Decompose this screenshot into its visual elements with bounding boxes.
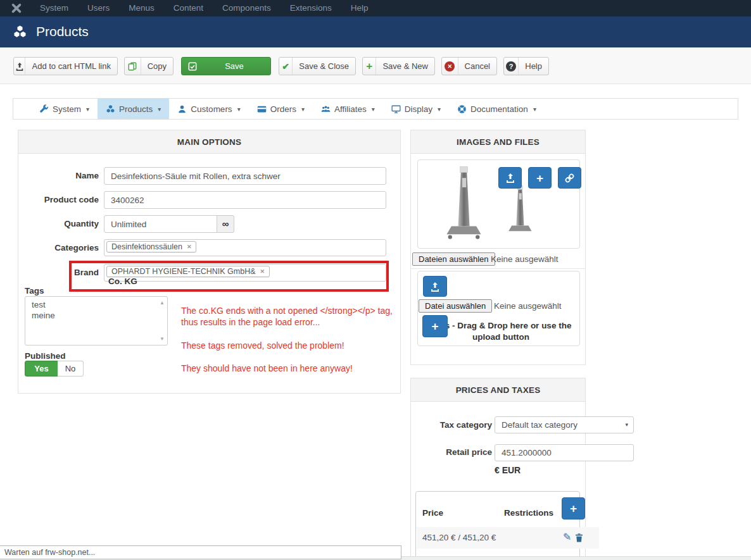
tags-listbox[interactable]: test meine ▲ ▼ — [25, 296, 168, 345]
help-button[interactable]: ? Help — [503, 57, 549, 75]
copy-button[interactable]: Copy — [124, 57, 174, 75]
quantity-label: Quantity — [18, 219, 99, 228]
upload-image-button[interactable] — [498, 167, 522, 189]
panel-title: IMAGES AND FILES — [411, 130, 585, 154]
add-file-button[interactable]: + — [422, 315, 448, 337]
remove-tag-icon[interactable]: ✕ — [260, 268, 265, 275]
price-table: Price Restrictions + 451,20 € / 451,20 €… — [415, 491, 580, 560]
add-image-button[interactable]: + — [528, 167, 552, 189]
edit-price-icon[interactable]: ✎ — [563, 531, 571, 543]
choose-file-button[interactable]: Datei auswählen — [419, 299, 492, 313]
tax-category-select[interactable]: Default tax category ▾ — [495, 416, 634, 433]
infinity-icon: ∞ — [222, 218, 229, 229]
menu-components[interactable]: Components — [213, 0, 281, 16]
wrench-icon — [39, 104, 49, 114]
price-column-header: Price — [422, 508, 443, 518]
menu-users[interactable]: Users — [78, 0, 119, 16]
menu-system[interactable]: System — [30, 0, 78, 16]
help-icon: ? — [504, 58, 519, 75]
published-no-toggle[interactable]: No — [58, 361, 84, 376]
choose-files-button[interactable]: Dateien auswählen — [412, 252, 495, 266]
chevron-down-icon: ▾ — [301, 106, 305, 113]
tag-option[interactable]: meine — [25, 310, 167, 321]
main-options-panel: MAIN OPTIONS Name Product code Quantity … — [18, 130, 401, 394]
upload-file-button[interactable] — [423, 276, 447, 297]
status-text: Warten auf frw-shop.net... — [4, 548, 95, 557]
monitor-icon — [391, 104, 401, 114]
plus-icon: + — [431, 320, 438, 332]
tags-label: Tags — [25, 286, 44, 296]
annotation-text: These tags removed, solved the problem! — [181, 340, 404, 351]
quantity-input[interactable] — [104, 215, 217, 233]
brand-input[interactable]: OPHARDT HYGIENE-TECHNIK GmbH& ✕ — [104, 264, 386, 282]
remove-tag-icon[interactable]: ✕ — [187, 244, 192, 250]
add-to-cart-html-link-button[interactable]: Add to cart HTML link — [13, 57, 118, 75]
plus-icon: + — [536, 172, 543, 184]
credit-card-icon — [257, 104, 267, 114]
price-table-row: 451,20 € / 451,20 € ✎ — [417, 527, 599, 549]
annotation-text: The co.KG ends with a not opened </stron… — [181, 305, 404, 328]
upload-icon — [14, 58, 25, 75]
menu-help[interactable]: Help — [341, 0, 378, 16]
unlimited-quantity-button[interactable]: ∞ — [217, 215, 234, 233]
restrictions-column-header: Restrictions — [504, 508, 553, 518]
published-label: Published — [25, 351, 66, 361]
nav-tab-documentation[interactable]: Documentation▾ — [449, 99, 545, 119]
delete-price-icon[interactable] — [575, 533, 583, 545]
chevron-down-icon: ▾ — [372, 106, 375, 113]
menu-content[interactable]: Content — [164, 0, 213, 16]
user-icon — [177, 104, 187, 114]
dropzone-hint: Files - Drag & Drop here or use the uplo… — [429, 320, 572, 343]
life-ring-icon — [457, 104, 467, 114]
product-image-small[interactable] — [505, 184, 534, 236]
check-icon: ✔ — [279, 58, 293, 75]
cancel-button[interactable]: ✕ Cancel — [441, 57, 497, 75]
scroll-up-icon[interactable]: ▲ — [160, 300, 165, 306]
nav-tab-products[interactable]: Products▾ — [98, 99, 169, 119]
retail-price-input[interactable] — [495, 444, 634, 461]
tag-option[interactable]: test — [25, 297, 167, 310]
nav-tab-orders[interactable]: Orders▾ — [249, 99, 313, 119]
nav-tab-system[interactable]: System▾ — [31, 99, 98, 119]
link-image-button[interactable] — [558, 167, 581, 189]
categories-input[interactable]: Desinfektionssäulen ✕ — [104, 239, 386, 256]
annotation-text: They should have not been in here anyway… — [181, 363, 404, 374]
name-input[interactable] — [104, 167, 386, 185]
published-yes-toggle[interactable]: Yes — [25, 361, 58, 376]
cancel-icon: ✕ — [442, 58, 458, 75]
upload-icon — [430, 282, 440, 292]
page-title-bar: Products — [0, 16, 751, 47]
chevron-down-icon: ▾ — [237, 106, 241, 113]
file-dropzone[interactable]: Datei auswählen Keine ausgewählt + Files… — [417, 271, 580, 346]
save-and-close-button[interactable]: ✔ Save & Close — [279, 57, 356, 75]
page-title: Products — [36, 16, 89, 47]
brand-overflow-text: Co. KG — [108, 277, 137, 286]
toolbar: Add to cart HTML link Copy Save ✔ Save &… — [0, 47, 751, 84]
joomla-logo-icon — [10, 2, 23, 15]
brand-chip[interactable]: OPHARDT HYGIENE-TECHNIK GmbH& ✕ — [106, 266, 270, 277]
link-icon — [564, 173, 575, 184]
plus-icon: + — [570, 502, 577, 514]
save-icon — [188, 58, 197, 75]
brand-label: Brand — [18, 268, 99, 277]
product-image-large[interactable] — [441, 165, 486, 242]
nav-tab-affiliates[interactable]: Affiliates▾ — [313, 99, 383, 119]
menu-menus[interactable]: Menus — [119, 0, 164, 16]
price-value: 451,20 € / 451,20 € — [422, 533, 496, 542]
retail-price-label: Retail price — [411, 447, 492, 457]
product-code-input[interactable] — [104, 191, 386, 209]
upload-icon — [505, 173, 515, 183]
joomla-admin-product-edit: System Users Menus Content Components Ex… — [0, 0, 751, 560]
nav-tab-customers[interactable]: Customers▾ — [169, 99, 248, 119]
add-price-button[interactable]: + — [562, 497, 585, 520]
scroll-down-icon[interactable]: ▼ — [160, 336, 165, 342]
cubes-icon — [106, 104, 115, 114]
save-and-new-button[interactable]: + Save & New — [362, 57, 435, 75]
save-button[interactable]: Save — [181, 57, 271, 75]
admin-menu: System Users Menus Content Components Ex… — [30, 0, 751, 16]
tax-category-label: Tax category — [411, 420, 492, 430]
menu-extensions[interactable]: Extensions — [281, 0, 341, 16]
file-input-row: Dateien auswählen Keine ausgewählt — [411, 252, 585, 269]
nav-tab-display[interactable]: Display▾ — [383, 99, 449, 119]
category-chip[interactable]: Desinfektionssäulen ✕ — [106, 241, 196, 252]
